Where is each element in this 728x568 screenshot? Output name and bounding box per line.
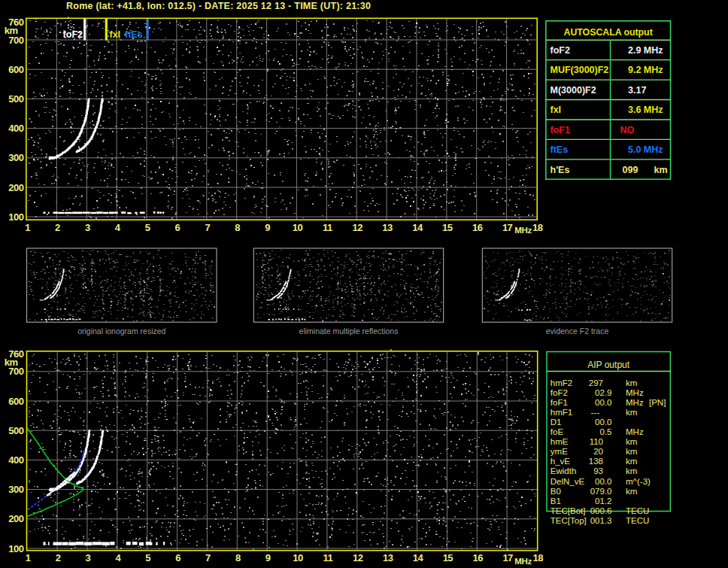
svg-text:MHz: MHz — [514, 557, 532, 566]
svg-text:m^(-3): m^(-3) — [626, 477, 651, 486]
svg-text:Ewidth: Ewidth — [551, 466, 577, 475]
svg-text:km: km — [626, 466, 637, 475]
svg-text:MHz: MHz — [626, 427, 644, 436]
svg-text:11: 11 — [323, 552, 333, 563]
svg-text:500: 500 — [8, 425, 23, 436]
svg-text:16: 16 — [473, 552, 484, 563]
svg-text:MHz: MHz — [626, 398, 644, 407]
svg-text:00.0: 00.0 — [595, 477, 611, 486]
svg-text:3: 3 — [86, 552, 91, 563]
svg-text:7: 7 — [205, 222, 210, 233]
svg-text:000.6: 000.6 — [590, 506, 612, 515]
svg-text:138: 138 — [589, 457, 603, 466]
svg-text:10: 10 — [293, 222, 303, 233]
svg-text:2: 2 — [55, 222, 60, 233]
svg-text:600: 600 — [8, 396, 23, 407]
svg-text:7: 7 — [205, 552, 211, 563]
svg-text:15: 15 — [442, 222, 453, 233]
svg-text:km: km — [626, 457, 637, 466]
svg-text:ftEs: ftEs — [551, 144, 569, 155]
svg-text:TEC[Bot]: TEC[Bot] — [551, 506, 586, 515]
svg-text:400: 400 — [8, 123, 23, 134]
svg-text:km: km — [626, 408, 637, 417]
svg-text:MHz: MHz — [514, 226, 532, 235]
svg-text:[PN]: [PN] — [649, 398, 666, 407]
svg-text:Rome (lat: +41.8, lon: 012.5): Rome (lat: +41.8, lon: 012.5) - DATE: 20… — [66, 1, 371, 11]
svg-text:---: --- — [591, 408, 600, 417]
svg-text:NO: NO — [620, 125, 635, 135]
svg-text:B1: B1 — [551, 497, 561, 506]
svg-text:02.9: 02.9 — [595, 388, 611, 397]
svg-text:foF2: foF2 — [551, 388, 568, 397]
svg-text:12: 12 — [353, 552, 363, 563]
svg-text:10: 10 — [293, 552, 303, 563]
svg-text:14: 14 — [412, 222, 423, 233]
svg-text:700: 700 — [8, 35, 23, 46]
svg-text:17: 17 — [502, 222, 513, 233]
svg-text:6: 6 — [175, 222, 180, 233]
svg-text:fxI: fxI — [551, 105, 562, 115]
svg-text:original ionogram resized: original ionogram resized — [77, 327, 165, 336]
svg-text:AIP output: AIP output — [587, 360, 629, 370]
svg-text:evidence F2 trace: evidence F2 trace — [546, 327, 609, 336]
svg-text:099: 099 — [623, 165, 639, 175]
svg-text:00.0: 00.0 — [595, 398, 611, 407]
svg-text:MUF(3000)F2: MUF(3000)F2 — [551, 65, 609, 75]
svg-text:001.3: 001.3 — [590, 516, 612, 525]
svg-text:2: 2 — [56, 552, 61, 563]
svg-text:0.5: 0.5 — [600, 427, 612, 436]
svg-text:9: 9 — [265, 222, 270, 233]
svg-text:2.9 MHz: 2.9 MHz — [628, 45, 663, 56]
svg-text:ftEs: ftEs — [125, 29, 143, 40]
svg-text:hmE: hmE — [551, 437, 569, 446]
svg-text:MHz: MHz — [626, 388, 644, 397]
svg-text:5: 5 — [145, 222, 150, 233]
svg-text:18: 18 — [532, 552, 543, 563]
svg-text:00.0: 00.0 — [595, 418, 611, 427]
svg-text:600: 600 — [8, 64, 23, 75]
svg-text:700: 700 — [8, 366, 23, 377]
svg-text:3: 3 — [85, 222, 90, 233]
svg-text:110: 110 — [590, 437, 603, 446]
svg-text:400: 400 — [8, 454, 23, 466]
svg-text:B0: B0 — [551, 487, 561, 496]
svg-text:D1: D1 — [551, 418, 562, 427]
svg-text:ymE: ymE — [551, 447, 568, 456]
svg-text:13: 13 — [382, 222, 393, 233]
svg-text:h'Es: h'Es — [551, 165, 570, 175]
svg-text:5.0 MHz: 5.0 MHz — [628, 144, 663, 155]
svg-text:km: km — [626, 378, 637, 387]
svg-text:1: 1 — [26, 552, 31, 563]
svg-text:TEC[Top]: TEC[Top] — [551, 516, 587, 525]
svg-text:12: 12 — [352, 222, 362, 233]
svg-text:foF2: foF2 — [551, 45, 570, 56]
svg-text:13: 13 — [383, 552, 393, 563]
svg-text:TECU: TECU — [626, 516, 649, 525]
svg-text:hmF2: hmF2 — [551, 378, 572, 387]
svg-text:079.0: 079.0 — [590, 487, 612, 496]
svg-text:3.17: 3.17 — [628, 85, 646, 96]
svg-text:8: 8 — [235, 222, 240, 233]
svg-text:3.6 MHz: 3.6 MHz — [628, 105, 663, 115]
svg-text:100: 100 — [8, 211, 23, 223]
svg-text:297: 297 — [589, 378, 603, 387]
svg-text:93: 93 — [593, 466, 603, 475]
svg-text:h_vE: h_vE — [551, 457, 571, 466]
svg-text:16: 16 — [472, 222, 483, 233]
svg-text:km: km — [626, 487, 637, 496]
svg-text:200: 200 — [8, 182, 23, 193]
svg-text:300: 300 — [8, 152, 23, 163]
svg-text:100: 100 — [8, 543, 23, 554]
svg-text:18: 18 — [532, 222, 543, 233]
svg-text:9: 9 — [265, 552, 271, 563]
svg-text:8: 8 — [235, 552, 241, 563]
svg-text:17: 17 — [502, 552, 513, 563]
svg-text:200: 200 — [8, 513, 23, 524]
svg-text:eliminate multiple reflections: eliminate multiple reflections — [299, 327, 399, 336]
svg-text:14: 14 — [413, 552, 424, 563]
svg-text:20: 20 — [593, 447, 603, 456]
svg-text:DelN_vE: DelN_vE — [551, 477, 585, 486]
svg-text:01.2: 01.2 — [595, 497, 611, 506]
svg-text:AUTOSCALA output: AUTOSCALA output — [564, 27, 653, 38]
svg-text:15: 15 — [443, 552, 453, 563]
